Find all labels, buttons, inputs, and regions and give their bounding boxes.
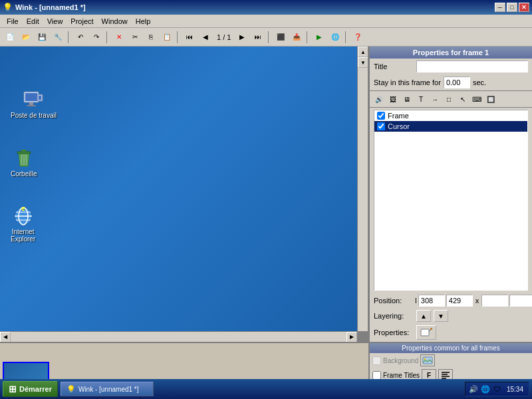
sep3: [177, 31, 180, 43]
position-row: Position: I x: [370, 293, 532, 309]
menu-file[interactable]: File: [3, 16, 23, 27]
svg-rect-5: [39, 96, 41, 100]
title-label: Title: [374, 63, 414, 70]
canvas-scroll-h[interactable]: ◀ ▶: [0, 331, 357, 342]
poste-label: Poste de travail: [11, 112, 57, 119]
menu-project[interactable]: Project: [66, 16, 97, 27]
svg-point-22: [424, 358, 426, 360]
desktop-icon-poste[interactable]: Poste de travail: [8, 86, 59, 122]
ic-button[interactable]: 🔲: [484, 92, 497, 106]
ie-label: InternetExplorer: [11, 228, 35, 243]
minimize-button[interactable]: ─: [495, 3, 505, 12]
menu-window[interactable]: Window: [98, 16, 132, 27]
open-button[interactable]: 📂: [19, 30, 33, 45]
ic-text[interactable]: T: [414, 92, 428, 106]
ic-key[interactable]: ⌨: [470, 92, 483, 106]
sys-tray: 🔊 🌐 🛡 15:34: [465, 382, 529, 396]
pos-h-input[interactable]: [509, 295, 532, 307]
svg-rect-20: [430, 328, 432, 330]
layer-up-button[interactable]: ▲: [416, 310, 431, 322]
undo-button[interactable]: ↶: [73, 30, 88, 45]
frame-counter: 1 / 1: [214, 33, 233, 41]
delete-button[interactable]: ✕: [112, 30, 126, 45]
ie-icon: e: [13, 205, 34, 227]
title-input[interactable]: [416, 61, 528, 72]
svg-rect-8: [21, 150, 27, 152]
menu-view[interactable]: View: [43, 16, 67, 27]
frame-checkbox[interactable]: [377, 112, 385, 120]
svg-rect-3: [27, 105, 36, 106]
next-frame-button[interactable]: ▶: [235, 30, 249, 45]
redo-button[interactable]: ↷: [89, 30, 104, 45]
paste-button[interactable]: 📋: [160, 30, 174, 45]
background-checkbox[interactable]: [372, 356, 381, 365]
desktop-icon-ie[interactable]: e InternetExplorer: [8, 203, 38, 245]
tray-icon-0[interactable]: 🔊: [468, 384, 479, 394]
pos-x-input[interactable]: [418, 295, 445, 307]
app-icon: 💡: [3, 3, 13, 12]
stay-label: Stay in this frame for: [374, 78, 441, 86]
first-frame-button[interactable]: ⏮: [182, 30, 197, 45]
properties-edit-button[interactable]: [416, 325, 436, 340]
publish-button[interactable]: 🌐: [328, 30, 342, 45]
scroll-right-button[interactable]: ▶: [346, 332, 357, 342]
save-button[interactable]: 💾: [35, 30, 49, 45]
x-label: x: [474, 297, 481, 305]
start-button[interactable]: ⊞ Démarrer: [3, 381, 58, 397]
last-frame-button[interactable]: ⏭: [251, 30, 265, 45]
desktop-preview: Poste de travail Corbeille: [0, 47, 357, 331]
stay-input[interactable]: [444, 76, 470, 88]
scroll-down-button[interactable]: ▼: [358, 57, 368, 68]
help-button[interactable]: ❓: [350, 30, 365, 45]
properties-row-label: Properties:: [374, 329, 414, 336]
check-frame[interactable]: Frame: [374, 110, 527, 121]
svg-rect-2: [29, 102, 33, 105]
tray-icon-2[interactable]: 🛡: [492, 384, 503, 394]
settings-button[interactable]: 🔧: [51, 30, 65, 45]
menu-edit[interactable]: Edit: [23, 16, 43, 27]
windows-icon: ⊞: [9, 384, 17, 394]
ic-image[interactable]: 🖼: [386, 92, 400, 106]
canvas-scroll-v[interactable]: ▲ ▼: [357, 47, 368, 331]
background-image-button[interactable]: [420, 354, 435, 366]
play-button[interactable]: ▶: [312, 30, 327, 45]
maximize-button[interactable]: □: [507, 3, 517, 12]
ic-sound[interactable]: 🔊: [372, 92, 386, 106]
properties-row: Properties:: [370, 323, 532, 342]
check-cursor[interactable]: Cursor: [374, 121, 527, 132]
new-button[interactable]: 📄: [3, 30, 17, 45]
ic-arrow[interactable]: →: [428, 92, 442, 106]
scroll-up-button[interactable]: ▲: [358, 47, 368, 57]
frame-titles-checkbox[interactable]: [372, 371, 381, 380]
svg-text:e: e: [21, 205, 25, 212]
prev-frame-button[interactable]: ◀: [198, 30, 213, 45]
properties-header: Properties for frame 1: [370, 47, 532, 59]
add-frame-button[interactable]: ⬛: [273, 30, 288, 45]
cursor-checkbox[interactable]: [377, 122, 385, 130]
canvas-area: Poste de travail Corbeille: [0, 47, 369, 342]
layer-down-button[interactable]: ▼: [434, 310, 448, 322]
title-bar: 💡 Wink - [unnamed1 *] ─ □ ✕: [0, 0, 532, 15]
taskbar-window-wink[interactable]: 💡 Wink - [unnamed1 *]: [61, 382, 154, 396]
cut-button[interactable]: ✂: [128, 30, 142, 45]
menu-help[interactable]: Help: [132, 16, 155, 27]
taskbar-window-label: Wink - [unnamed1 *]: [78, 386, 139, 393]
pos-y-input[interactable]: [446, 295, 473, 307]
properties-panel: Properties for frame 1 Title Stay in thi…: [369, 47, 532, 342]
ic-screen[interactable]: 🖥: [400, 92, 414, 106]
position-label: Position:: [374, 297, 414, 305]
copy-button[interactable]: ⎘: [144, 30, 158, 45]
import-button[interactable]: 📥: [289, 30, 304, 45]
close-button[interactable]: ✕: [519, 3, 529, 12]
tray-icon-1[interactable]: 🌐: [480, 384, 491, 394]
ic-cursor[interactable]: ↖: [456, 92, 469, 106]
taskbar: ⊞ Démarrer 💡 Wink - [unnamed1 *] 🔊 🌐 🛡 1…: [0, 379, 532, 399]
desktop-icon-corbeille[interactable]: Corbeille: [8, 145, 39, 180]
taskbar-right: 🔊 🌐 🛡 15:34: [465, 382, 529, 396]
common-header: Properties common for all frames: [370, 343, 532, 353]
scroll-left-button[interactable]: ◀: [0, 332, 11, 342]
svg-rect-18: [421, 329, 429, 336]
menu-bar: File Edit View Project Window Help: [0, 15, 532, 28]
ic-box[interactable]: □: [442, 92, 456, 106]
pos-w-input[interactable]: [481, 295, 508, 307]
